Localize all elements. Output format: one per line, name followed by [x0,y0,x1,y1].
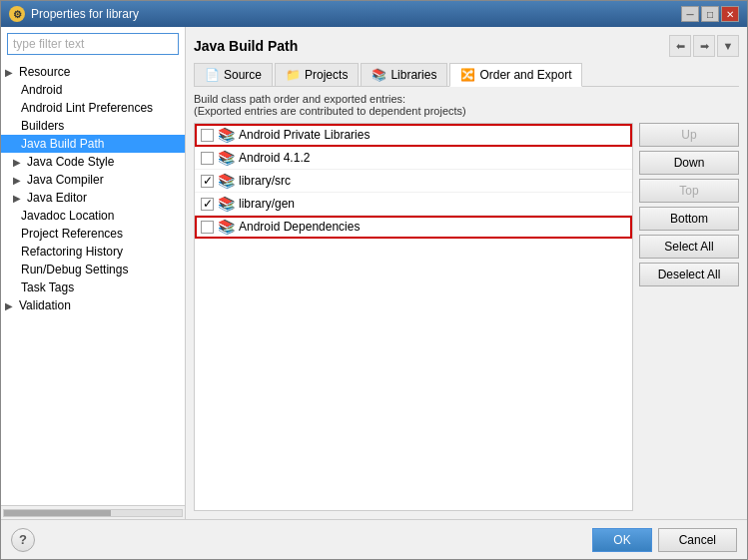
minimize-button[interactable]: ─ [681,6,699,22]
sidebar-item-label-javadoc-location: Javadoc Location [21,209,114,223]
ok-button[interactable]: OK [592,528,651,552]
sidebar-item-label-android-lint: Android Lint Preferences [21,101,153,115]
sidebar-item-java-editor[interactable]: ▶Java Editor [1,189,185,207]
panel-nav: ⬅ ➡ ▼ [669,35,739,57]
entry-icon-library-gen: 📚 [218,196,235,212]
entry-label-android-412: Android 4.1.2 [239,151,310,165]
scroll-thumb [4,510,111,516]
tree-arrow-validation: ▶ [5,300,15,311]
panel-title: Java Build Path [194,38,298,54]
sidebar-item-java-build-path[interactable]: Java Build Path [1,135,185,153]
cancel-button[interactable]: Cancel [658,528,737,552]
title-bar-left: ⚙ Properties for library [9,6,139,22]
tab-label-libraries: Libraries [390,68,436,82]
sidebar-scrollbar[interactable] [1,505,185,519]
tab-label-source: Source [224,68,262,82]
tab-icon-source: 📄 [205,68,220,82]
sidebar-item-java-compiler[interactable]: ▶Java Compiler [1,171,185,189]
entry-checkbox-library-src[interactable]: ✓ [201,175,214,188]
sidebar-item-task-tags[interactable]: Task Tags [1,279,185,296]
entry-item-library-src[interactable]: ✓📚library/src [195,170,632,193]
up-button[interactable]: Up [639,123,739,147]
sidebar-item-java-code-style[interactable]: ▶Java Code Style [1,153,185,171]
title-controls: ─ □ ✕ [681,6,739,22]
sidebar-item-label-project-references: Project References [21,227,123,241]
tab-source[interactable]: 📄Source [194,63,273,86]
entry-icon-android-dependencies: 📚 [218,219,235,235]
panel-body: 📚Android Private Libraries📚Android 4.1.2… [194,123,739,511]
tabs-bar: 📄Source📁Projects📚Libraries🔀Order and Exp… [194,63,739,87]
tree-arrow-java-editor: ▶ [13,193,23,204]
entry-label-library-gen: library/gen [239,197,295,211]
tree-arrow-java-compiler: ▶ [13,175,23,186]
filter-input[interactable] [7,33,179,55]
content-area: ▶ResourceAndroidAndroid Lint Preferences… [1,27,747,519]
entry-item-library-gen[interactable]: ✓📚library/gen [195,193,632,216]
bottom-bar: ? OK Cancel [1,519,747,559]
sidebar-item-builders[interactable]: Builders [1,117,185,135]
sidebar-item-label-task-tags: Task Tags [21,280,74,294]
entry-icon-library-src: 📚 [218,173,235,189]
help-button[interactable]: ? [11,528,35,552]
description-text: Build class path order and exported entr… [194,93,739,117]
title-bar: ⚙ Properties for library ─ □ ✕ [1,1,747,27]
entry-checkbox-library-gen[interactable]: ✓ [201,198,214,211]
sidebar-tree: ▶ResourceAndroidAndroid Lint Preferences… [1,61,185,505]
entry-icon-android-412: 📚 [218,150,235,166]
sidebar-item-project-references[interactable]: Project References [1,225,185,243]
tab-icon-libraries: 📚 [372,68,386,82]
down-button[interactable]: Down [639,151,739,175]
sidebar-item-label-resource: Resource [19,65,70,79]
tree-arrow-java-code-style: ▶ [13,157,23,168]
deselect-all-button[interactable]: Deselect All [639,263,739,286]
sidebar-item-android[interactable]: Android [1,81,185,99]
bottom-button[interactable]: Bottom [639,207,739,231]
sidebar-item-label-java-compiler: Java Compiler [27,173,104,187]
entry-checkbox-android-dependencies[interactable] [201,221,214,234]
sidebar-item-label-run-debug-settings: Run/Debug Settings [21,263,128,277]
maximize-button[interactable]: □ [701,6,719,22]
entry-icon-android-private-libraries: 📚 [218,127,235,143]
tab-order-export[interactable]: 🔀Order and Export [449,63,582,87]
nav-forward-button[interactable]: ➡ [693,35,715,57]
close-button[interactable]: ✕ [721,6,739,22]
sidebar-item-run-debug-settings[interactable]: Run/Debug Settings [1,261,185,279]
entry-label-library-src: library/src [239,174,291,188]
entry-checkbox-android-412[interactable] [201,152,214,165]
sidebar-item-android-lint[interactable]: Android Lint Preferences [1,99,185,117]
entries-list: 📚Android Private Libraries📚Android 4.1.2… [194,123,633,511]
sidebar-item-javadoc-location[interactable]: Javadoc Location [1,207,185,225]
tab-icon-order-export: 🔀 [460,68,475,82]
button-panel: Up Down Top Bottom Select All Deselect A… [639,123,739,511]
sidebar-item-label-java-editor: Java Editor [27,191,87,205]
entry-label-android-dependencies: Android Dependencies [239,220,360,234]
entry-item-android-dependencies[interactable]: 📚Android Dependencies [195,216,632,239]
nav-dropdown-button[interactable]: ▼ [717,35,739,57]
tab-icon-projects: 📁 [286,68,301,82]
sidebar: ▶ResourceAndroidAndroid Lint Preferences… [1,27,186,519]
sidebar-item-label-refactoring-history: Refactoring History [21,245,123,259]
window-title: Properties for library [31,7,139,21]
sidebar-item-refactoring-history[interactable]: Refactoring History [1,243,185,261]
nav-back-button[interactable]: ⬅ [669,35,691,57]
sidebar-item-label-android: Android [21,83,62,97]
sidebar-item-validation[interactable]: ▶Validation [1,296,185,314]
dialog-buttons: OK Cancel [592,528,737,552]
main-panel: Java Build Path ⬅ ➡ ▼ 📄Source📁Projects📚L… [186,27,747,519]
tab-libraries[interactable]: 📚Libraries [361,63,447,86]
panel-header: Java Build Path ⬅ ➡ ▼ [194,35,739,57]
sidebar-item-label-java-build-path: Java Build Path [21,137,104,151]
select-all-button[interactable]: Select All [639,235,739,259]
tab-projects[interactable]: 📁Projects [275,63,359,86]
entry-checkbox-android-private-libraries[interactable] [201,129,214,142]
sidebar-item-label-validation: Validation [19,298,71,312]
scroll-track [3,509,183,517]
sidebar-item-label-java-code-style: Java Code Style [27,155,114,169]
entry-item-android-private-libraries[interactable]: 📚Android Private Libraries [195,124,632,147]
entry-item-android-412[interactable]: 📚Android 4.1.2 [195,147,632,170]
entry-label-android-private-libraries: Android Private Libraries [239,128,370,142]
window-icon: ⚙ [9,6,25,22]
top-button[interactable]: Top [639,179,739,203]
properties-window: ⚙ Properties for library ─ □ ✕ ▶Resource… [0,0,748,560]
sidebar-item-resource[interactable]: ▶Resource [1,63,185,81]
